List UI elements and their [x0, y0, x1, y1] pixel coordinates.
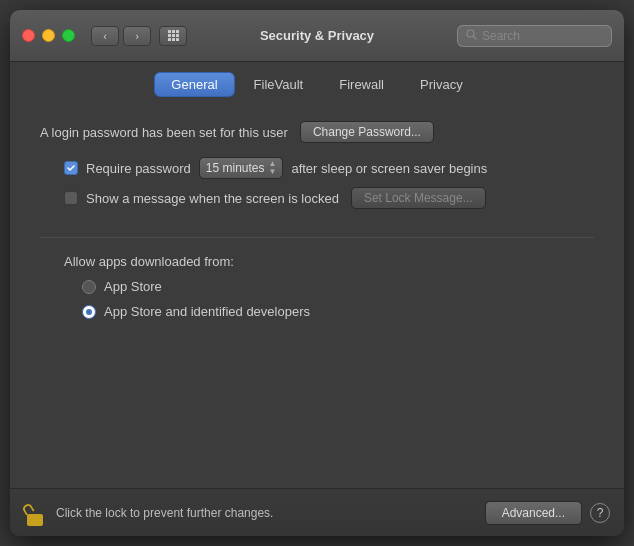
search-placeholder: Search — [482, 29, 520, 43]
tab-firewall[interactable]: Firewall — [322, 72, 401, 97]
show-message-checkbox[interactable] — [64, 191, 78, 205]
allow-apps-section: Allow apps downloaded from: App Store Ap… — [40, 254, 594, 319]
password-delay-value: 15 minutes — [206, 161, 265, 175]
lock-body — [27, 514, 43, 526]
change-password-button[interactable]: Change Password... — [300, 121, 434, 143]
select-arrows-icon: ▲ ▼ — [268, 160, 276, 176]
set-lock-message-button[interactable]: Set Lock Message... — [351, 187, 486, 209]
lock-icon[interactable] — [24, 500, 46, 526]
tab-privacy[interactable]: Privacy — [403, 72, 480, 97]
back-icon: ‹ — [103, 30, 107, 42]
require-password-checkbox[interactable] — [64, 161, 78, 175]
grid-button[interactable] — [159, 26, 187, 46]
show-message-row: Show a message when the screen is locked… — [64, 187, 594, 209]
show-message-label: Show a message when the screen is locked — [86, 191, 339, 206]
login-password-text: A login password has been set for this u… — [40, 125, 288, 140]
divider — [40, 237, 594, 238]
traffic-lights — [22, 29, 75, 42]
radio-app-store-label: App Store — [104, 279, 162, 294]
nav-buttons: ‹ › — [91, 26, 151, 46]
forward-icon: › — [135, 30, 139, 42]
tab-filevault[interactable]: FileVault — [237, 72, 321, 97]
footer: Click the lock to prevent further change… — [10, 488, 624, 536]
require-password-label: Require password — [86, 161, 191, 176]
back-button[interactable]: ‹ — [91, 26, 119, 46]
require-password-after: after sleep or screen saver begins — [291, 161, 487, 176]
password-delay-select[interactable]: 15 minutes ▲ ▼ — [199, 157, 284, 179]
radio-app-store-identified-button[interactable] — [82, 305, 96, 319]
login-password-section: A login password has been set for this u… — [40, 121, 594, 143]
radio-app-store-button[interactable] — [82, 280, 96, 294]
help-icon: ? — [597, 506, 604, 520]
close-button[interactable] — [22, 29, 35, 42]
search-icon — [466, 29, 477, 42]
window-title: Security & Privacy — [260, 28, 374, 43]
search-box[interactable]: Search — [457, 25, 612, 47]
help-button[interactable]: ? — [590, 503, 610, 523]
advanced-button[interactable]: Advanced... — [485, 501, 582, 525]
svg-line-1 — [474, 37, 477, 40]
titlebar: ‹ › Security & Privacy Search — [10, 10, 624, 62]
tabs-bar: General FileVault Firewall Privacy — [10, 62, 624, 105]
radio-app-store-identified-row[interactable]: App Store and identified developers — [82, 304, 594, 319]
checkmark-icon — [66, 163, 76, 173]
forward-button[interactable]: › — [123, 26, 151, 46]
radio-app-store-identified-label: App Store and identified developers — [104, 304, 310, 319]
window: ‹ › Security & Privacy Search — [10, 10, 624, 536]
grid-icon — [168, 30, 179, 41]
minimize-button[interactable] — [42, 29, 55, 42]
radio-app-store-row[interactable]: App Store — [82, 279, 594, 294]
lock-message: Click the lock to prevent further change… — [56, 506, 485, 520]
require-password-row: Require password 15 minutes ▲ ▼ after sl… — [64, 157, 594, 179]
svg-point-0 — [467, 30, 474, 37]
allow-apps-title: Allow apps downloaded from: — [64, 254, 594, 269]
tab-general[interactable]: General — [154, 72, 234, 97]
radio-dot — [86, 309, 92, 315]
maximize-button[interactable] — [62, 29, 75, 42]
content: A login password has been set for this u… — [10, 105, 624, 488]
